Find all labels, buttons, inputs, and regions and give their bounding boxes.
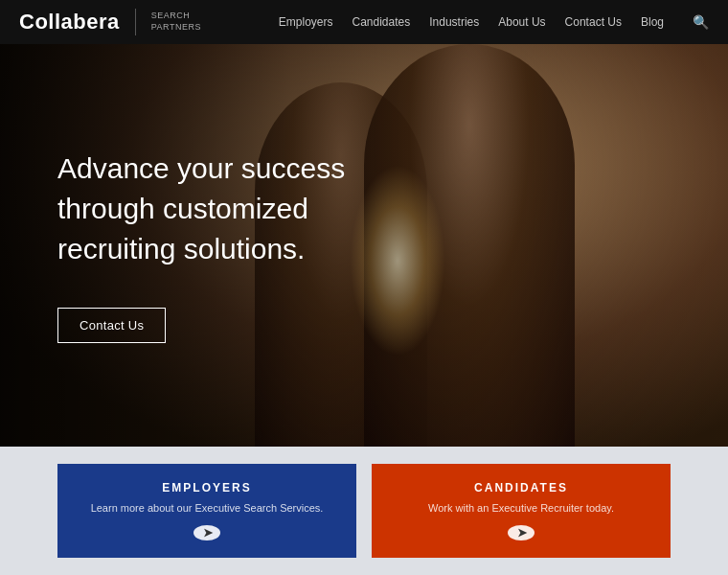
contact-us-button[interactable]: Contact Us	[57, 308, 166, 343]
employers-arrow-button[interactable]: ➤	[193, 525, 220, 540]
employers-card[interactable]: EMPLOYERS Learn more about our Executive…	[57, 464, 356, 558]
candidates-card[interactable]: CANDIDATES Work with an Executive Recrui…	[372, 464, 671, 558]
employers-card-title: EMPLOYERS	[162, 481, 251, 494]
nav-link-employers[interactable]: Employers	[279, 15, 333, 29]
nav-link-contact[interactable]: Contact Us	[565, 15, 622, 29]
nav-link-candidates[interactable]: Candidates	[353, 15, 411, 29]
nav-link-about[interactable]: About Us	[498, 15, 545, 29]
logo-subtitle: SEARCH PARTNERS	[151, 11, 201, 33]
cards-section: EMPLOYERS Learn more about our Executive…	[0, 447, 728, 575]
candidates-arrow-button[interactable]: ➤	[508, 525, 535, 540]
hero-section: Advance your success through customized …	[0, 44, 728, 447]
candidates-card-subtitle: Work with an Executive Recruiter today.	[428, 502, 614, 514]
nav-link-industries[interactable]: Industries	[429, 15, 479, 29]
employers-card-subtitle: Learn more about our Executive Search Se…	[91, 502, 324, 514]
candidates-card-title: CANDIDATES	[474, 481, 568, 494]
logo-text: Collabera	[19, 10, 120, 34]
nav-link-blog[interactable]: Blog	[641, 15, 664, 29]
nav-links: Employers Candidates Industries About Us…	[279, 14, 709, 30]
hero-content: Advance your success through customized …	[0, 44, 728, 447]
search-icon[interactable]: 🔍	[693, 14, 709, 30]
hero-title: Advance your success through customized …	[57, 149, 383, 269]
logo-area: Collabera SEARCH PARTNERS	[19, 9, 201, 35]
navbar: Collabera SEARCH PARTNERS Employers Cand…	[0, 0, 728, 44]
logo-divider	[135, 9, 136, 35]
employers-arrow-icon: ➤	[203, 527, 213, 539]
candidates-arrow-icon: ➤	[517, 527, 527, 539]
